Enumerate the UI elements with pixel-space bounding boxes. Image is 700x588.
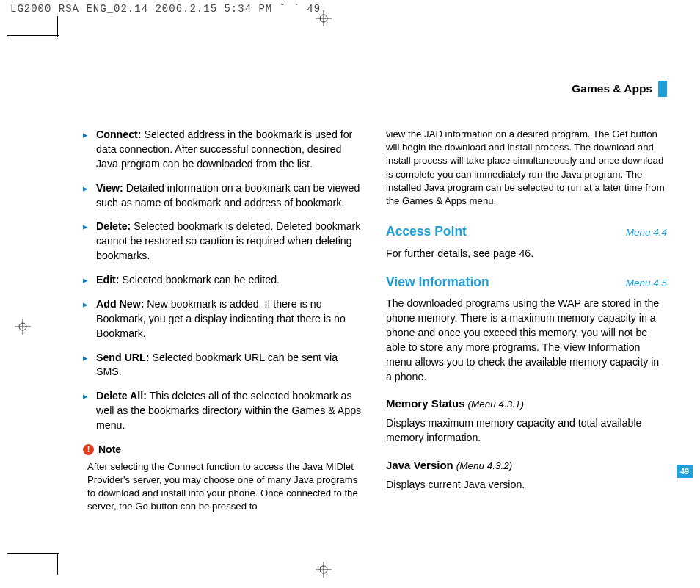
bullet-term: Connect: [96,128,141,140]
bullet-text: Selected bookmark is deleted. Deleted bo… [96,220,360,261]
bullet-term: Send URL: [96,352,150,363]
left-column: Connect: Selected address in the bookmar… [83,128,364,513]
note-header: ! Note [83,443,364,457]
page-header: Games & Apps [83,81,667,97]
bullet-term: Add New: [96,298,144,310]
menu-number: Menu 4.5 [626,277,667,291]
bullet-text: Selected bookmark can be edited. [120,274,280,286]
registration-mark-icon [316,562,332,578]
bullet-delete-all: Delete All: This deletes all of the sele… [83,389,364,433]
file-header: LG2000 RSA ENG_02.14 2006.2.15 5:34 PM ˘… [10,3,321,15]
page-content: Games & Apps Connect: Selected address i… [57,37,693,551]
bullet-view: View: Detailed information on a bookmark… [83,181,364,211]
body-text: For further details, see page 46. [386,247,667,261]
subsection-memory-status: Memory Status (Menu 4.3.1) [386,396,667,412]
bullet-text: Detailed information on a bookmark can b… [96,182,360,208]
bullet-term: Delete: [96,220,131,232]
section-title: Access Point [386,222,467,241]
page-title: Games & Apps [572,82,652,95]
registration-mark-icon [316,10,332,26]
page-number: 49 [677,465,693,478]
section-view-information: View Information Menu 4.5 [386,273,667,291]
subsection-title: Memory Status [386,397,465,410]
section-access-point: Access Point Menu 4.4 [386,222,667,241]
subsection-menu-number: (Menu 4.3.2) [456,460,513,471]
body-text: The downloaded programs using the WAP ar… [386,297,667,384]
bullet-add-new: Add New: New bookmark is added. If there… [83,297,364,341]
subsection-java-version: Java Version (Menu 4.3.2) [386,457,667,473]
bullet-term: Delete All: [96,390,147,402]
bullet-edit: Edit: Selected bookmark can be edited. [83,273,364,288]
header-accent-block [658,81,667,97]
bullet-delete: Delete: Selected bookmark is deleted. De… [83,219,364,264]
bullet-term: View: [96,182,123,194]
body-text: Displays maximum memory capacity and tot… [386,416,667,446]
subsection-title: Java Version [386,459,453,471]
right-column: view the JAD information on a desired pr… [386,128,667,513]
note-label: Note [98,443,121,457]
bullet-connect: Connect: Selected address in the bookmar… [83,128,364,172]
note-continuation: view the JAD information on a desired pr… [386,128,667,208]
body-text: Displays current Java version. [386,478,667,493]
section-title: View Information [386,273,489,291]
subsection-menu-number: (Menu 4.3.1) [467,399,524,410]
bullet-send-url: Send URL: Selected bookmark URL can be s… [83,351,364,380]
bullet-term: Edit: [96,274,120,286]
note-icon: ! [83,444,94,455]
registration-mark-icon [15,319,31,335]
menu-number: Menu 4.4 [626,226,667,240]
note-text: After selecting the Connect function to … [83,460,364,512]
